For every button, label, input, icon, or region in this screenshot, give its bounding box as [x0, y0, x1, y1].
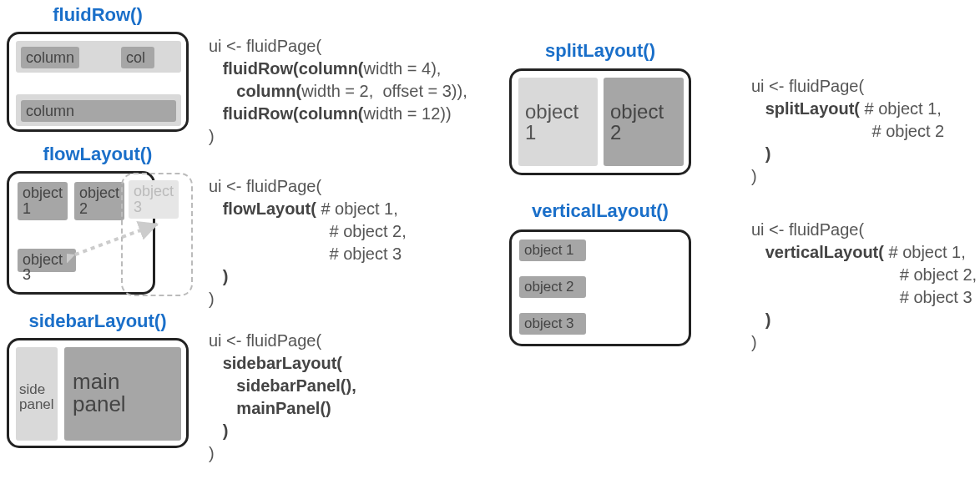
fluidrow-panel: column col column [7, 32, 189, 132]
splitlayout-panel: object1 object2 [509, 68, 691, 175]
svg-line-0 [75, 224, 159, 255]
splitlayout-title: splitLayout() [509, 40, 691, 62]
sidebarlayout-title: sidebarLayout() [7, 310, 189, 332]
verticallayout-code: ui <- fluidPage( verticalLayout( # objec… [751, 219, 977, 354]
splitlayout-obj2: object2 [604, 78, 684, 166]
verticallayout-obj1: object 1 [519, 240, 586, 261]
sidebarlayout-code: ui <- fluidPage( sidebarLayout( sidebarP… [209, 330, 356, 465]
flowlayout-obj2: object 2 [74, 182, 124, 220]
fluidrow-cell-column1: column [21, 47, 79, 68]
verticallayout-obj2: object 2 [519, 276, 586, 298]
flowlayout-code: ui <- fluidPage( flowLayout( # object 1,… [209, 175, 407, 310]
verticallayout-title: verticalLayout() [509, 200, 691, 222]
splitlayout-code: ui <- fluidPage( splitLayout( # object 1… [751, 75, 944, 188]
verticallayout-obj3: object 3 [519, 313, 586, 335]
verticallayout-panel: object 1 object 2 object 3 [509, 229, 691, 346]
flowlayout-obj3-ghost: object 3 [129, 180, 179, 219]
sidepanel-box: sidepanel [16, 347, 58, 441]
sidebarlayout-panel: sidepanel mainpanel [7, 338, 189, 448]
flowlayout-title: flowLayout() [7, 144, 189, 165]
mainpanel-box: mainpanel [64, 347, 181, 441]
fluidrow-code: ui <- fluidPage( fluidRow(column(width =… [209, 35, 467, 148]
flow-arrow-icon [67, 217, 175, 263]
fluidrow-title: fluidRow() [7, 4, 189, 26]
fluidrow-cell-col2: col [121, 47, 154, 68]
flowlayout-obj1: object 1 [18, 182, 68, 220]
fluidrow-cell-column3: column [21, 100, 176, 122]
splitlayout-obj1: object1 [518, 78, 598, 166]
